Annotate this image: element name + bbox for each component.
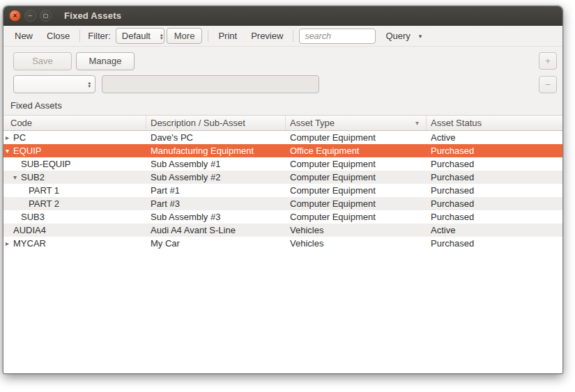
cell-code: PART 1 <box>3 184 146 197</box>
table-row[interactable]: ▸PCDave's PCComputer EquipmentActive <box>3 131 562 144</box>
table-row[interactable]: ▸MYCARMy CarVehiclesPurchased <box>3 237 562 250</box>
code-text: MYCAR <box>13 237 46 250</box>
remove-row-button[interactable]: − <box>539 76 557 93</box>
code-text: AUDIA4 <box>13 224 46 237</box>
code-text: EQUIP <box>13 144 41 157</box>
search-input[interactable] <box>299 29 376 44</box>
cell-code: ▸MYCAR <box>3 237 146 250</box>
cell-asset-type: Office Equipment <box>286 144 427 157</box>
cell-asset-type: Computer Equipment <box>286 131 427 144</box>
titlebar[interactable]: × − Fixed Assets <box>3 6 562 26</box>
cell-asset-status: Purchased <box>427 157 562 171</box>
expander-expanded-icon[interactable]: ▾ <box>13 171 21 184</box>
table-row[interactable]: PART 1Part #1Computer EquipmentPurchased <box>3 184 562 197</box>
main-toolbar: New Close Filter: Default ▴▾ More Print … <box>3 26 562 47</box>
toolbar-separator <box>293 30 293 42</box>
code-text: SUB2 <box>21 171 45 184</box>
close-button[interactable]: Close <box>43 29 74 42</box>
cell-asset-status: Active <box>427 224 562 237</box>
plus-icon: + <box>545 56 551 66</box>
cell-description: Manufacturing Equipment <box>146 144 286 157</box>
window-close-button[interactable]: × <box>9 10 21 22</box>
column-header-asset-type[interactable]: Asset Type ▾ <box>286 116 427 130</box>
column-header-asset-status[interactable]: Asset Status <box>427 116 562 130</box>
expander-expanded-icon[interactable]: ▾ <box>6 144 13 157</box>
manage-button[interactable]: Manage <box>76 52 135 70</box>
save-button[interactable]: Save <box>13 52 72 70</box>
cell-code: ▾EQUIP <box>3 144 146 157</box>
cell-code: ▸PC <box>3 131 146 144</box>
code-text: SUB3 <box>21 210 45 224</box>
toolbar-separator <box>79 30 80 42</box>
chevron-down-icon: ▾ <box>419 33 422 40</box>
cell-asset-type: Computer Equipment <box>286 157 427 171</box>
sort-descending-icon: ▾ <box>415 116 426 130</box>
window-title: Fixed Assets <box>64 10 121 21</box>
cell-asset-status: Purchased <box>427 237 562 250</box>
table-header: Code Description / Sub-Asset Asset Type … <box>3 115 562 131</box>
filter-label: Filter: <box>86 31 113 41</box>
cell-description: Part #1 <box>146 184 286 197</box>
cell-asset-status: Purchased <box>427 171 562 184</box>
cell-asset-status: Purchased <box>427 210 562 224</box>
cell-asset-type: Vehicles <box>286 237 427 250</box>
spinner-icon: ▴▾ <box>84 81 95 88</box>
cell-description: Part #3 <box>146 197 286 210</box>
print-button[interactable]: Print <box>214 29 241 42</box>
cell-description: Sub Assembly #2 <box>146 171 286 184</box>
window-minimize-button[interactable]: − <box>24 10 36 22</box>
new-button[interactable]: New <box>10 29 37 42</box>
table-row[interactable]: AUDIA4Audi A4 Avant S-LineVehiclesActive <box>3 224 562 237</box>
fixed-assets-window: × − Fixed Assets New Close Filter: Defau… <box>3 6 563 374</box>
close-icon: × <box>13 13 17 19</box>
table-body: ▸PCDave's PCComputer EquipmentActive▾EQU… <box>3 131 562 373</box>
section-title: Fixed Assets <box>3 98 562 115</box>
toolbar-separator <box>208 30 208 42</box>
code-text: PART 1 <box>29 184 59 197</box>
cell-description: Sub Assembly #1 <box>146 157 286 171</box>
table-row[interactable]: ▾SUB2Sub Assembly #2Computer EquipmentPu… <box>3 171 562 184</box>
asset-value-entry[interactable] <box>102 75 319 93</box>
cell-asset-type: Computer Equipment <box>286 210 427 224</box>
maximize-icon <box>43 14 48 18</box>
cell-asset-status: Active <box>427 131 562 144</box>
spinner-icon: ▴▾ <box>156 33 167 40</box>
table-row[interactable]: ▾EQUIPManufacturing EquipmentOffice Equi… <box>3 144 562 157</box>
code-text: PART 2 <box>29 197 59 210</box>
expander-collapsed-icon[interactable]: ▸ <box>6 237 13 250</box>
minimize-icon: − <box>29 13 33 19</box>
more-button[interactable]: More <box>167 28 203 44</box>
table-row[interactable]: PART 2Part #3Computer EquipmentPurchased <box>3 197 562 210</box>
filter-value: Default <box>116 31 156 41</box>
cell-code: SUB3 <box>3 210 146 224</box>
table-row[interactable]: SUB3Sub Assembly #3Computer EquipmentPur… <box>3 210 562 224</box>
cell-asset-status: Purchased <box>427 144 562 157</box>
cell-code: AUDIA4 <box>3 224 146 237</box>
query-label: Query <box>385 31 410 41</box>
asset-field-combobox[interactable]: ▴▾ <box>13 75 95 93</box>
cell-description: My Car <box>146 237 286 250</box>
column-header-code[interactable]: Code <box>3 116 146 130</box>
cell-asset-status: Purchased <box>427 197 562 210</box>
code-text: SUB-EQUIP <box>21 157 71 171</box>
filter-combobox[interactable]: Default ▴▾ <box>116 28 164 44</box>
cell-code: SUB-EQUIP <box>3 157 146 171</box>
form-area: Save Manage ▴▾ + − <box>3 47 562 98</box>
preview-button[interactable]: Preview <box>247 29 287 42</box>
minus-icon: − <box>545 79 551 90</box>
cell-asset-type: Computer Equipment <box>286 171 427 184</box>
cell-description: Audi A4 Avant S-Line <box>146 224 286 237</box>
expander-collapsed-icon[interactable]: ▸ <box>6 131 13 144</box>
add-row-button[interactable]: + <box>539 52 557 70</box>
column-header-description[interactable]: Description / Sub-Asset <box>146 116 286 130</box>
table-row[interactable]: SUB-EQUIPSub Assembly #1Computer Equipme… <box>3 157 562 171</box>
cell-asset-type: Computer Equipment <box>286 184 427 197</box>
cell-asset-type: Vehicles <box>286 224 427 237</box>
cell-code: ▾SUB2 <box>3 171 146 184</box>
cell-code: PART 2 <box>3 197 146 210</box>
code-text: PC <box>13 131 26 144</box>
cell-description: Dave's PC <box>146 131 286 144</box>
query-menu-button[interactable]: Query ▾ <box>385 31 422 41</box>
window-maximize-button[interactable] <box>40 10 52 22</box>
cell-description: Sub Assembly #3 <box>146 210 286 224</box>
